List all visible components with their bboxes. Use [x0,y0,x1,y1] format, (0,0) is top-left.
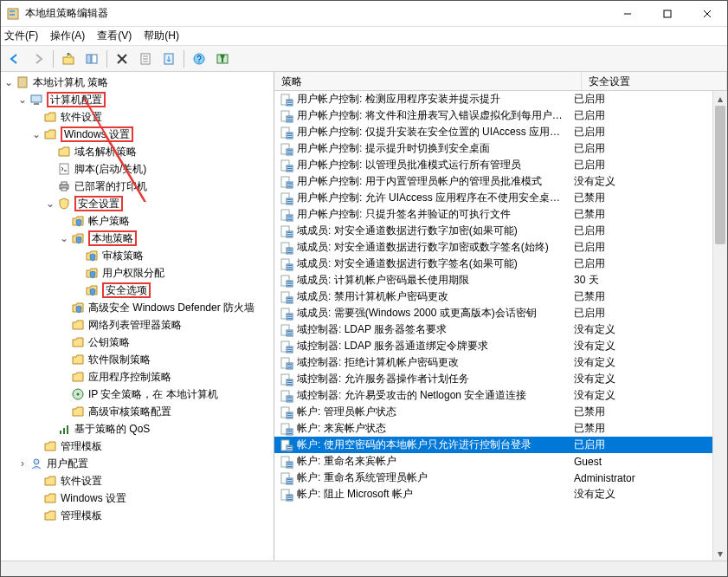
tree-node[interactable]: ⌄计算机配置 [16,91,274,108]
policy-row[interactable]: 域成员: 需要强(Windows 2000 或更高版本)会话密钥已启用 [274,305,712,321]
column-policy[interactable]: 策略 [274,72,582,90]
tree-node[interactable]: ⌄安全设置 [44,195,274,212]
policy-row[interactable]: 用户帐户控制: 提示提升时切换到安全桌面已启用 [274,140,712,157]
policy-row[interactable]: 帐户: 重命名系统管理员帐户Administrator [274,470,712,486]
tree-node[interactable]: 基于策略的 QoS [44,420,274,438]
policy-row[interactable]: 帐户: 来宾帐户状态已禁用 [274,420,712,437]
policy-icon [280,224,293,238]
tree-node[interactable]: ⌄本地计算机 策略 [3,74,274,91]
folder-icon [71,335,85,349]
tree-node[interactable]: 脚本(启动/关机) [44,160,274,178]
svg-rect-77 [287,236,292,237]
list-body[interactable]: 用户帐户控制: 检测应用程序安装并提示提升已启用用户帐户控制: 将文件和注册表写… [274,91,712,561]
svg-rect-120 [287,380,292,381]
policy-row[interactable]: 帐户: 使用空密码的本地帐户只允许进行控制台登录已启用 [274,437,712,453]
tree-pane[interactable]: ⌄本地计算机 策略⌄计算机配置软件设置⌄Windows 设置域名解析策略脚本(启… [1,72,274,561]
policy-icon [280,208,293,222]
policy-row[interactable]: 用户帐户控制: 允许 UIAccess 应用程序在不使用安全桌面...已禁用 [274,190,712,206]
policy-row[interactable]: 域成员: 禁用计算机帐户密码更改已禁用 [274,288,712,305]
policy-row[interactable]: 域控制器: LDAP 服务器通道绑定令牌要求没有定义 [274,338,712,354]
gpedit-icon [6,7,20,21]
tree-node[interactable]: 管理模板 [30,438,274,455]
menu-help[interactable]: 帮助(H) [144,29,179,43]
policy-row[interactable]: 帐户: 管理员帐户状态已禁用 [274,404,712,420]
column-security-setting[interactable]: 安全设置 [582,72,727,90]
tree-node[interactable]: 软件设置 [30,108,274,126]
show-tree-button[interactable] [81,49,102,69]
policy-name: 帐户: 重命名来宾帐户 [297,454,567,469]
policy-icon [280,257,293,271]
back-button[interactable] [4,49,25,69]
policy-row[interactable]: 用户帐户控制: 以管理员批准模式运行所有管理员已启用 [274,157,712,173]
svg-rect-121 [287,382,292,383]
forward-button[interactable] [28,49,48,69]
policy-row[interactable]: 用户帐户控制: 将文件和注册表写入错误虚拟化到每用户位置已启用 [274,107,712,124]
policy-icon [280,488,293,502]
svg-rect-70 [287,216,292,217]
policy-row[interactable]: 用户帐户控制: 只提升签名并验证的可执行文件已禁用 [274,206,712,223]
policy-row[interactable]: 域成员: 对安全通道数据进行数字签名(如果可能)已启用 [274,256,712,272]
up-folder-button[interactable] [58,49,79,69]
policy-row[interactable]: 用户帐户控制: 仅提升安装在安全位置的 UIAccess 应用程序已启用 [274,124,712,140]
chevron-down-icon[interactable]: ⌄ [44,198,56,210]
policy-row[interactable]: 帐户: 阻止 Microsoft 帐户没有定义 [274,486,712,502]
policy-row[interactable]: 域成员: 对安全通道数据进行数字加密或数字签名(始终)已启用 [274,239,712,256]
policy-row[interactable]: 帐户: 重命名来宾帐户Guest [274,453,712,470]
policy-row[interactable]: 域成员: 计算机帐户密码最长使用期限30 天 [274,272,712,288]
policy-row[interactable]: 域控制器: 允许易受攻击的 Netlogon 安全通道连接没有定义 [274,387,712,404]
tree-node[interactable]: ⌄Windows 设置 [30,126,274,143]
chevron-down-icon[interactable]: ⌄ [30,128,42,140]
tree-node[interactable]: Windows 设置 [30,489,274,507]
filter-button[interactable] [212,49,233,69]
shield-icon [57,197,71,211]
menu-view[interactable]: 查看(V) [97,29,132,43]
help-button[interactable]: ? [189,49,209,69]
chevron-down-icon[interactable]: ⌄ [16,94,29,106]
scroll-up-button[interactable]: ▴ [713,91,727,106]
minimize-button[interactable] [608,1,647,26]
scroll-down-button[interactable]: ▾ [713,546,727,561]
tree-node[interactable]: 帐户策略 [58,212,274,230]
menu-file[interactable]: 文件(F) [4,29,38,43]
tree-node[interactable]: 管理模板 [30,507,274,524]
tree-node[interactable]: ›用户配置 [16,455,274,472]
policy-row[interactable]: 域控制器: LDAP 服务器签名要求没有定义 [274,321,712,338]
properties-button[interactable] [135,49,156,69]
chevron-right-icon[interactable]: › [16,457,29,470]
tree-node[interactable]: 网络列表管理器策略 [58,316,274,334]
menu-action[interactable]: 操作(A) [50,29,85,43]
policy-row[interactable]: 域成员: 对安全通道数据进行数字加密(如果可能)已启用 [274,223,712,239]
shield-folder-icon [71,214,85,228]
policy-row[interactable]: 域控制器: 允许服务器操作者计划任务没有定义 [274,371,712,387]
scroll-track[interactable] [713,106,727,546]
vertical-scrollbar[interactable]: ▴ ▾ [712,91,727,561]
policy-value: 已启用 [567,224,712,238]
policy-row[interactable]: 用户帐户控制: 检测应用程序安装并提示提升已启用 [274,91,712,107]
tree-node[interactable]: ⌄本地策略 [58,230,274,247]
tree-node[interactable]: 公钥策略 [58,334,274,351]
chevron-down-icon[interactable]: ⌄ [58,232,70,244]
svg-rect-62 [287,186,292,187]
maximize-button[interactable] [647,1,687,26]
tree-node[interactable]: 高级安全 Windows Defender 防火墙 [58,299,274,316]
tree-node[interactable]: 已部署的打印机 [44,178,274,195]
tree-node[interactable]: 域名解析策略 [44,143,274,160]
tree-spacer [58,336,70,348]
export-button[interactable] [158,49,179,69]
tree-node[interactable]: 软件限制策略 [58,351,274,368]
tree-node[interactable]: 应用程序控制策略 [58,368,274,386]
tree-node[interactable]: 用户权限分配 [72,264,274,282]
chevron-down-icon[interactable]: ⌄ [3,76,15,88]
policy-row[interactable]: 域控制器: 拒绝计算机帐户密码更改没有定义 [274,354,712,371]
tree-node[interactable]: 软件设置 [30,472,274,489]
tree-node[interactable]: 安全选项 [72,282,274,299]
tree-node-label: 公钥策略 [88,335,130,350]
tree-node[interactable]: 审核策略 [72,247,274,264]
tree-spacer [58,215,70,227]
policy-row[interactable]: 用户帐户控制: 用于内置管理员帐户的管理员批准模式没有定义 [274,173,712,190]
close-button[interactable] [687,1,727,26]
tree-node[interactable]: 高级审核策略配置 [58,403,274,420]
scroll-thumb[interactable] [715,106,725,244]
tree-node[interactable]: IP 安全策略，在 本地计算机 [58,386,274,403]
delete-button[interactable] [112,49,132,69]
